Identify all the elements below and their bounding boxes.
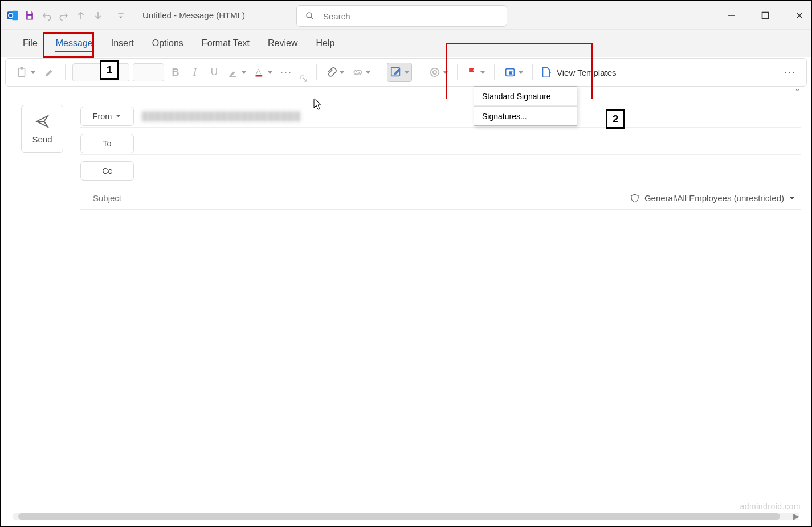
maximize-icon[interactable]: [758, 9, 772, 22]
from-button[interactable]: From: [80, 107, 134, 126]
scrollbar-thumb[interactable]: [18, 513, 780, 520]
svg-point-14: [433, 71, 436, 74]
horizontal-scrollbar[interactable]: ▶: [13, 513, 799, 520]
send-label: Send: [32, 134, 52, 144]
arrow-up-icon[interactable]: [75, 10, 87, 21]
font-color-button[interactable]: A: [252, 63, 275, 82]
link-button[interactable]: [350, 63, 373, 82]
tab-insert[interactable]: Insert: [102, 34, 143, 53]
view-templates-button[interactable]: View Templates: [540, 66, 617, 79]
qat-customize-icon[interactable]: [115, 10, 127, 21]
save-icon[interactable]: [24, 10, 35, 21]
sensitivity-button[interactable]: [501, 63, 525, 82]
tab-format-text[interactable]: Format Text: [193, 34, 259, 53]
ribbon-collapse-icon[interactable]: ⌄: [794, 84, 801, 93]
watermark: admindroid.com: [740, 502, 801, 511]
window-title: Untitled - Message (HTML): [142, 10, 245, 20]
svg-rect-6: [762, 13, 769, 19]
tab-help[interactable]: Help: [307, 34, 344, 53]
font-family-select[interactable]: [72, 63, 129, 81]
compose-area: Send From ████████████████████████ To Cc…: [5, 99, 807, 455]
send-button[interactable]: Send: [21, 105, 63, 153]
outlook-icon: [7, 10, 18, 21]
redo-icon[interactable]: [58, 10, 70, 21]
attach-file-button[interactable]: [324, 63, 346, 82]
tab-message[interactable]: Message: [47, 34, 102, 53]
loop-button[interactable]: [426, 63, 450, 82]
search-icon: [305, 11, 315, 21]
svg-text:A: A: [256, 67, 261, 76]
tab-review[interactable]: Review: [259, 34, 307, 53]
ribbon-toolbar: B I U A ···: [5, 58, 807, 87]
svg-rect-3: [28, 11, 32, 14]
italic-button[interactable]: I: [187, 63, 203, 82]
svg-rect-4: [28, 15, 32, 18]
message-body[interactable]: [18, 210, 801, 455]
paste-button[interactable]: [14, 63, 38, 82]
subject-label: Subject: [80, 193, 134, 203]
chevron-down-icon: [789, 195, 795, 202]
undo-icon[interactable]: [41, 10, 52, 21]
font-dialog-launcher-icon[interactable]: [300, 75, 309, 84]
to-button[interactable]: To: [80, 134, 134, 153]
close-icon[interactable]: [793, 9, 806, 22]
svg-point-5: [307, 13, 312, 18]
tab-options[interactable]: Options: [143, 34, 193, 53]
signature-item-signatures[interactable]: Signatures...: [474, 106, 577, 125]
format-painter-button[interactable]: [41, 63, 58, 82]
tab-file[interactable]: File: [14, 34, 47, 53]
follow-up-flag-button[interactable]: [464, 63, 487, 82]
underline-button[interactable]: U: [206, 63, 222, 82]
arrow-down-icon[interactable]: [92, 10, 104, 21]
sensitivity-indicator[interactable]: General\All Employees (unrestricted): [630, 193, 801, 203]
minimize-icon[interactable]: [724, 9, 738, 22]
cc-button[interactable]: Cc: [80, 161, 134, 181]
title-bar: Untitled - Message (HTML): [1, 1, 811, 30]
quick-access-toolbar: [7, 10, 127, 21]
view-templates-label: View Templates: [557, 68, 617, 77]
more-format-icon[interactable]: ···: [278, 63, 295, 82]
signature-item-standard[interactable]: Standard Signature: [474, 87, 577, 106]
highlight-button[interactable]: [226, 63, 248, 82]
shield-icon: [630, 193, 640, 203]
svg-rect-11: [256, 75, 263, 77]
svg-rect-9: [230, 76, 236, 77]
search-input[interactable]: [323, 11, 499, 21]
svg-point-13: [431, 68, 439, 77]
sensitivity-label: General\All Employees (unrestricted): [644, 193, 784, 203]
signature-button[interactable]: [387, 63, 412, 82]
ribbon-more-icon[interactable]: ···: [782, 63, 798, 82]
svg-rect-7: [19, 68, 25, 77]
signature-dropdown: Standard Signature Signatures...: [474, 86, 577, 126]
from-address: ████████████████████████: [142, 111, 301, 121]
scroll-right-icon[interactable]: ▶: [793, 512, 799, 521]
bold-button[interactable]: B: [168, 63, 183, 82]
search-box[interactable]: [296, 5, 507, 27]
window-controls: [724, 1, 806, 30]
menu-tabs: File Message Insert Options Format Text …: [1, 30, 811, 57]
svg-rect-8: [20, 67, 23, 70]
font-size-select[interactable]: [133, 63, 164, 81]
